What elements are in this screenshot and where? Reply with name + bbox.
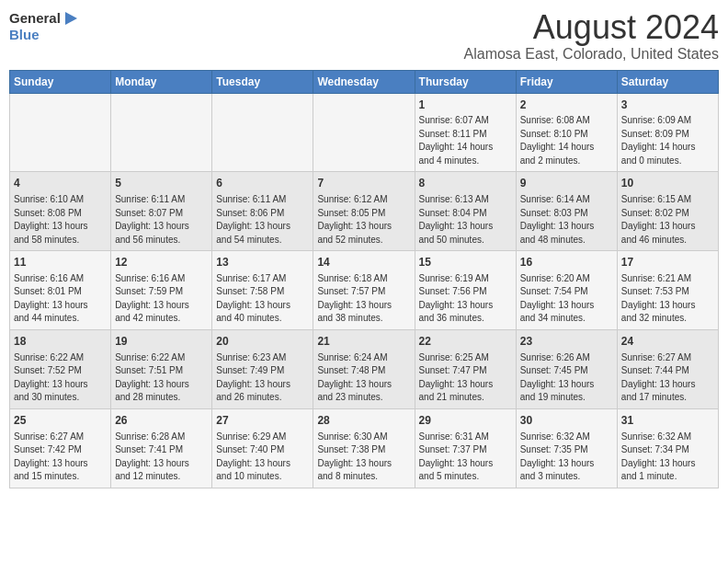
calendar-week-row: 18Sunrise: 6:22 AMSunset: 7:52 PMDayligh… <box>10 329 719 408</box>
calendar-cell <box>212 93 313 172</box>
calendar-cell: 30Sunrise: 6:32 AMSunset: 7:35 PMDayligh… <box>516 408 617 488</box>
calendar-day-header: Monday <box>111 70 212 93</box>
calendar-cell: 3Sunrise: 6:09 AMSunset: 8:09 PMDaylight… <box>617 93 718 172</box>
day-number: 30 <box>520 413 613 429</box>
calendar-week-row: 1Sunrise: 6:07 AMSunset: 8:11 PMDaylight… <box>10 93 719 172</box>
calendar-day-header: Wednesday <box>313 70 415 93</box>
calendar-cell: 7Sunrise: 6:12 AMSunset: 8:05 PMDaylight… <box>313 172 415 251</box>
calendar-cell: 23Sunrise: 6:26 AMSunset: 7:45 PMDayligh… <box>516 329 617 408</box>
cell-content: Sunrise: 6:07 AMSunset: 8:11 PMDaylight:… <box>419 114 512 167</box>
calendar-cell: 28Sunrise: 6:30 AMSunset: 7:38 PMDayligh… <box>313 408 415 488</box>
calendar-cell: 4Sunrise: 6:10 AMSunset: 8:08 PMDaylight… <box>10 172 111 251</box>
calendar-cell <box>111 93 212 172</box>
cell-content: Sunrise: 6:32 AMSunset: 7:34 PMDaylight:… <box>621 431 714 484</box>
calendar-cell: 8Sunrise: 6:13 AMSunset: 8:04 PMDaylight… <box>415 172 516 251</box>
day-number: 12 <box>115 255 208 270</box>
subtitle: Alamosa East, Colorado, United States <box>464 46 719 63</box>
day-number: 2 <box>520 98 613 113</box>
header-area: General Blue August 2024 Alamosa East, C… <box>9 9 719 63</box>
day-number: 18 <box>14 334 107 350</box>
logo-text-general: General <box>9 11 61 27</box>
day-number: 26 <box>115 413 208 429</box>
calendar-cell: 31Sunrise: 6:32 AMSunset: 7:34 PMDayligh… <box>617 408 718 488</box>
cell-content: Sunrise: 6:12 AMSunset: 8:05 PMDaylight:… <box>317 193 410 247</box>
logo-triangle-icon <box>61 9 79 28</box>
cell-content: Sunrise: 6:30 AMSunset: 7:38 PMDaylight:… <box>317 431 410 484</box>
calendar-cell: 27Sunrise: 6:29 AMSunset: 7:40 PMDayligh… <box>212 408 313 488</box>
cell-content: Sunrise: 6:21 AMSunset: 7:53 PMDaylight:… <box>621 272 714 326</box>
cell-content: Sunrise: 6:31 AMSunset: 7:37 PMDaylight:… <box>419 431 512 484</box>
cell-content: Sunrise: 6:20 AMSunset: 7:54 PMDaylight:… <box>520 272 613 326</box>
calendar-cell: 12Sunrise: 6:16 AMSunset: 7:59 PMDayligh… <box>111 251 212 330</box>
cell-content: Sunrise: 6:09 AMSunset: 8:09 PMDaylight:… <box>621 114 714 167</box>
calendar-cell: 21Sunrise: 6:24 AMSunset: 7:48 PMDayligh… <box>313 329 415 408</box>
calendar-cell: 1Sunrise: 6:07 AMSunset: 8:11 PMDaylight… <box>415 93 516 172</box>
cell-content: Sunrise: 6:23 AMSunset: 7:49 PMDaylight:… <box>216 351 309 405</box>
day-number: 21 <box>317 334 410 350</box>
day-number: 19 <box>115 334 208 350</box>
calendar-cell <box>313 93 415 172</box>
calendar-cell: 15Sunrise: 6:19 AMSunset: 7:56 PMDayligh… <box>415 251 516 330</box>
day-number: 14 <box>317 255 410 270</box>
calendar-cell: 11Sunrise: 6:16 AMSunset: 8:01 PMDayligh… <box>10 251 111 330</box>
calendar-cell: 13Sunrise: 6:17 AMSunset: 7:58 PMDayligh… <box>212 251 313 330</box>
day-number: 23 <box>520 334 613 350</box>
cell-content: Sunrise: 6:29 AMSunset: 7:40 PMDaylight:… <box>216 431 309 484</box>
cell-content: Sunrise: 6:10 AMSunset: 8:08 PMDaylight:… <box>14 193 107 247</box>
day-number: 17 <box>621 255 714 270</box>
title-area: August 2024 Alamosa East, Colorado, Unit… <box>464 9 719 63</box>
cell-content: Sunrise: 6:24 AMSunset: 7:48 PMDaylight:… <box>317 351 410 405</box>
day-number: 7 <box>317 176 410 191</box>
calendar-cell: 9Sunrise: 6:14 AMSunset: 8:03 PMDaylight… <box>516 172 617 251</box>
calendar-cell: 16Sunrise: 6:20 AMSunset: 7:54 PMDayligh… <box>516 251 617 330</box>
cell-content: Sunrise: 6:25 AMSunset: 7:47 PMDaylight:… <box>419 351 512 405</box>
calendar-cell: 5Sunrise: 6:11 AMSunset: 8:07 PMDaylight… <box>111 172 212 251</box>
cell-content: Sunrise: 6:19 AMSunset: 7:56 PMDaylight:… <box>419 272 512 326</box>
cell-content: Sunrise: 6:18 AMSunset: 7:57 PMDaylight:… <box>317 272 410 326</box>
calendar-cell: 2Sunrise: 6:08 AMSunset: 8:10 PMDaylight… <box>516 93 617 172</box>
cell-content: Sunrise: 6:11 AMSunset: 8:07 PMDaylight:… <box>115 193 208 247</box>
day-number: 10 <box>621 176 714 191</box>
main-title: August 2024 <box>464 9 719 46</box>
calendar-cell: 29Sunrise: 6:31 AMSunset: 7:37 PMDayligh… <box>415 408 516 488</box>
calendar-cell: 26Sunrise: 6:28 AMSunset: 7:41 PMDayligh… <box>111 408 212 488</box>
calendar-cell: 22Sunrise: 6:25 AMSunset: 7:47 PMDayligh… <box>415 329 516 408</box>
cell-content: Sunrise: 6:26 AMSunset: 7:45 PMDaylight:… <box>520 351 613 405</box>
calendar-week-row: 25Sunrise: 6:27 AMSunset: 7:42 PMDayligh… <box>10 408 719 488</box>
cell-content: Sunrise: 6:22 AMSunset: 7:51 PMDaylight:… <box>115 351 208 405</box>
day-number: 13 <box>216 255 309 270</box>
cell-content: Sunrise: 6:32 AMSunset: 7:35 PMDaylight:… <box>520 431 613 484</box>
cell-content: Sunrise: 6:28 AMSunset: 7:41 PMDaylight:… <box>115 431 208 484</box>
cell-content: Sunrise: 6:15 AMSunset: 8:02 PMDaylight:… <box>621 193 714 247</box>
calendar-cell: 14Sunrise: 6:18 AMSunset: 7:57 PMDayligh… <box>313 251 415 330</box>
logo: General Blue <box>9 9 79 43</box>
calendar-cell: 24Sunrise: 6:27 AMSunset: 7:44 PMDayligh… <box>617 329 718 408</box>
cell-content: Sunrise: 6:14 AMSunset: 8:03 PMDaylight:… <box>520 193 613 247</box>
day-number: 6 <box>216 176 309 191</box>
day-number: 27 <box>216 413 309 429</box>
calendar-cell: 6Sunrise: 6:11 AMSunset: 8:06 PMDaylight… <box>212 172 313 251</box>
day-number: 1 <box>419 98 512 113</box>
day-number: 11 <box>14 255 107 270</box>
day-number: 16 <box>520 255 613 270</box>
cell-content: Sunrise: 6:16 AMSunset: 8:01 PMDaylight:… <box>14 272 107 326</box>
cell-content: Sunrise: 6:16 AMSunset: 7:59 PMDaylight:… <box>115 272 208 326</box>
day-number: 3 <box>621 98 714 113</box>
calendar-table: SundayMondayTuesdayWednesdayThursdayFrid… <box>9 70 719 488</box>
cell-content: Sunrise: 6:22 AMSunset: 7:52 PMDaylight:… <box>14 351 107 405</box>
day-number: 15 <box>419 255 512 270</box>
calendar-cell: 10Sunrise: 6:15 AMSunset: 8:02 PMDayligh… <box>617 172 718 251</box>
day-number: 28 <box>317 413 410 429</box>
calendar-day-header: Sunday <box>10 70 111 93</box>
cell-content: Sunrise: 6:08 AMSunset: 8:10 PMDaylight:… <box>520 114 613 167</box>
cell-content: Sunrise: 6:11 AMSunset: 8:06 PMDaylight:… <box>216 193 309 247</box>
svg-marker-0 <box>65 12 77 25</box>
calendar-cell: 18Sunrise: 6:22 AMSunset: 7:52 PMDayligh… <box>10 329 111 408</box>
calendar-cell: 25Sunrise: 6:27 AMSunset: 7:42 PMDayligh… <box>10 408 111 488</box>
calendar-day-header: Tuesday <box>212 70 313 93</box>
day-number: 24 <box>621 334 714 350</box>
day-number: 8 <box>419 176 512 191</box>
calendar-cell <box>10 93 111 172</box>
day-number: 22 <box>419 334 512 350</box>
calendar-header-row: SundayMondayTuesdayWednesdayThursdayFrid… <box>10 70 719 93</box>
